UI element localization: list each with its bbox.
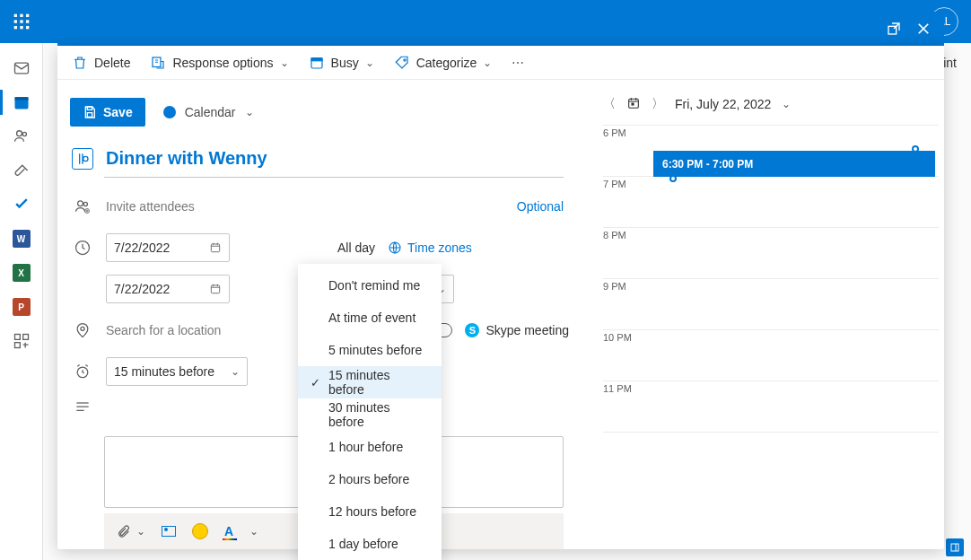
- reminder-option-5m[interactable]: 5 minutes before: [298, 334, 442, 366]
- svg-rect-5: [26, 20, 29, 22]
- busy-label: Busy: [331, 56, 359, 70]
- response-label: Response options: [172, 56, 273, 70]
- save-button[interactable]: Save: [70, 98, 145, 127]
- svg-rect-19: [14, 343, 20, 348]
- svg-point-29: [78, 201, 83, 206]
- start-date-input[interactable]: 7/22/2022: [106, 233, 230, 262]
- resize-handle-top[interactable]: [912, 145, 919, 153]
- location-icon: [72, 321, 93, 339]
- people-icon: [72, 197, 93, 215]
- end-date-input[interactable]: 7/22/2022: [106, 275, 230, 303]
- app-launcher-icon[interactable]: [13, 13, 31, 31]
- svg-rect-28: [87, 113, 92, 118]
- reminder-select[interactable]: 15 minutes before⌄: [106, 357, 248, 386]
- rail-mail[interactable]: [0, 59, 43, 77]
- rail-todo[interactable]: [0, 196, 43, 214]
- rail-excel[interactable]: X: [0, 264, 43, 282]
- image-icon[interactable]: [162, 526, 176, 537]
- event-block[interactable]: 6:30 PM - 7:00 PM: [653, 151, 935, 177]
- svg-rect-1: [20, 14, 22, 17]
- close-icon[interactable]: [915, 21, 932, 37]
- categorize-button[interactable]: Categorize ⌄: [394, 55, 493, 71]
- delete-button[interactable]: Delete: [72, 55, 130, 71]
- reminder-icon: [72, 363, 93, 381]
- hour-label: 11 PM: [603, 381, 648, 432]
- hour-label: 8 PM: [603, 228, 648, 278]
- chevron-down-icon[interactable]: ⌄: [249, 525, 258, 538]
- svg-rect-18: [22, 335, 28, 340]
- calendar-picker[interactable]: Calendar ⌄: [163, 105, 254, 119]
- time-grid[interactable]: 6 PM 7 PM 8 PM 9 PM 10 PM 11 PM 6:30 PM …: [603, 125, 939, 549]
- hour-label: 10 PM: [603, 330, 648, 381]
- svg-point-26: [404, 58, 406, 60]
- optional-link[interactable]: Optional: [517, 199, 564, 214]
- hour-label: 9 PM: [603, 279, 648, 329]
- reminder-option-1d[interactable]: 1 day before: [298, 528, 442, 560]
- rail-calendar[interactable]: [0, 93, 43, 111]
- day-label[interactable]: Fri, July 22, 2022: [675, 97, 771, 111]
- hour-label: 7 PM: [603, 177, 648, 227]
- svg-rect-3: [14, 20, 17, 22]
- response-options-button[interactable]: Response options ⌄: [150, 55, 288, 71]
- svg-point-15: [16, 131, 22, 136]
- save-label: Save: [103, 105, 133, 119]
- categorize-label: Categorize: [416, 56, 477, 70]
- delete-label: Delete: [94, 56, 130, 70]
- chevron-down-icon: ⌄: [365, 57, 374, 69]
- svg-rect-0: [14, 14, 17, 17]
- all-day-label: All day: [337, 241, 375, 255]
- popout-icon[interactable]: [887, 22, 901, 36]
- rail-powerpoint[interactable]: P: [0, 298, 43, 316]
- svg-rect-17: [14, 335, 20, 340]
- reminder-option-none[interactable]: Don't remind me: [298, 269, 442, 302]
- busy-button[interactable]: Busy ⌄: [309, 55, 374, 71]
- restore-pane-icon[interactable]: [946, 538, 964, 556]
- reminder-option-2h[interactable]: 2 hours before: [298, 463, 442, 495]
- day-prev[interactable]: 〈: [603, 96, 616, 112]
- rail-more[interactable]: [0, 332, 43, 350]
- calendar-name: Calendar: [185, 105, 236, 119]
- svg-rect-27: [87, 107, 92, 109]
- svg-point-30: [83, 202, 87, 206]
- event-type-icon[interactable]: [72, 148, 93, 170]
- day-next[interactable]: 〉: [652, 96, 664, 112]
- event-time: 6:30 PM - 7:00 PM: [662, 158, 753, 171]
- svg-rect-20: [951, 544, 958, 551]
- reminder-option-12h[interactable]: 12 hours before: [298, 495, 442, 528]
- reminder-option-15m[interactable]: ✓15 minutes before: [298, 366, 442, 398]
- svg-rect-35: [211, 285, 219, 293]
- rail-people[interactable]: [0, 127, 43, 145]
- attendees-input[interactable]: Invite attendees: [106, 199, 504, 214]
- more-button[interactable]: ⋯: [512, 56, 524, 70]
- svg-rect-8: [26, 26, 29, 29]
- reminder-option-at-time[interactable]: At time of event: [298, 302, 442, 334]
- chevron-down-icon[interactable]: ⌄: [136, 525, 145, 538]
- svg-rect-12: [14, 63, 28, 74]
- skype-label: SSkype meeting: [465, 323, 569, 337]
- emoji-icon[interactable]: [192, 523, 208, 539]
- today-icon[interactable]: [626, 96, 641, 112]
- svg-rect-4: [20, 20, 22, 22]
- description-icon: [72, 398, 93, 416]
- svg-rect-7: [20, 26, 22, 29]
- chevron-down-icon[interactable]: ⌄: [782, 98, 791, 110]
- svg-rect-2: [26, 14, 29, 17]
- text-format-icon[interactable]: A: [224, 524, 233, 538]
- rail-word[interactable]: W: [0, 230, 43, 248]
- reminder-option-1h[interactable]: 1 hour before: [298, 431, 442, 463]
- chevron-down-icon: ⌄: [483, 57, 492, 69]
- time-zones-link[interactable]: Time zones: [388, 241, 472, 255]
- reminder-dropdown: Don't remind me At time of event 5 minut…: [298, 264, 442, 560]
- attach-icon[interactable]: [117, 524, 131, 538]
- reminder-option-30m[interactable]: 30 minutes before: [298, 398, 442, 431]
- event-title-input[interactable]: [106, 148, 569, 170]
- hour-label: 6 PM: [603, 126, 648, 176]
- svg-rect-14: [14, 97, 28, 100]
- svg-point-16: [22, 132, 26, 136]
- calendar-color-dot: [163, 106, 176, 118]
- chevron-down-icon: ⌄: [245, 106, 254, 118]
- rail-files[interactable]: [0, 162, 43, 179]
- svg-rect-6: [14, 26, 17, 29]
- svg-rect-25: [311, 57, 322, 60]
- resize-handle-bottom[interactable]: [669, 175, 677, 182]
